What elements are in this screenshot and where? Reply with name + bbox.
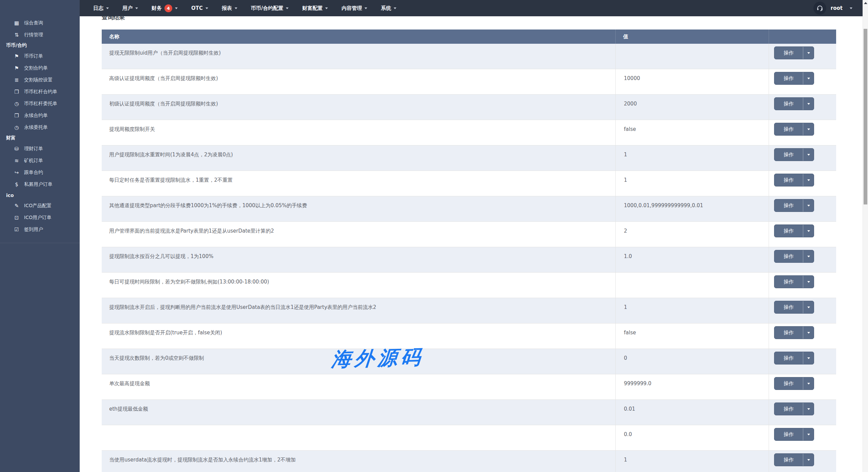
row-actions-cell: 操作 xyxy=(769,298,836,323)
action-dropdown-toggle[interactable] xyxy=(803,301,814,313)
action-button-group: 操作 xyxy=(774,72,814,85)
row-value-cell: 1000,0.01,999999999999,0.01 xyxy=(615,196,769,221)
navbar-menu-item[interactable]: 内容管理 xyxy=(335,0,374,16)
action-dropdown-toggle[interactable] xyxy=(803,403,814,415)
action-button[interactable]: 操作 xyxy=(774,72,803,84)
copy-icon: ❐ xyxy=(13,113,20,119)
row-name-cell: 提现限制流水按百分之几可以提现，1为100% xyxy=(102,247,615,272)
action-button-group: 操作 xyxy=(774,326,814,339)
clipboard-icon: ≣ xyxy=(13,77,20,83)
chevron-down-icon xyxy=(807,281,810,283)
action-dropdown-toggle[interactable] xyxy=(803,352,814,364)
action-button[interactable]: 操作 xyxy=(774,428,803,440)
action-dropdown-toggle[interactable] xyxy=(803,174,814,186)
action-button[interactable]: 操作 xyxy=(774,454,803,466)
action-dropdown-toggle[interactable] xyxy=(803,98,814,110)
row-value-cell xyxy=(615,44,769,69)
table-row: 提现限制流水开启后，提现判断用的用户当前流水是使用UserData表的当日流水1… xyxy=(102,298,836,323)
action-button[interactable]: 操作 xyxy=(774,276,803,288)
action-button[interactable]: 操作 xyxy=(774,149,803,161)
action-dropdown-toggle[interactable] xyxy=(803,454,814,466)
sidebar-item[interactable]: ❐ 永续合约单 xyxy=(0,110,80,121)
sidebar-item-label: 交割场控设置 xyxy=(24,77,53,83)
action-button[interactable]: 操作 xyxy=(774,250,803,262)
sidebar-item-label: 理财订单 xyxy=(24,146,43,152)
navbar-menu-item[interactable]: 日志 xyxy=(86,0,116,16)
sidebar-item[interactable]: ☑ 签到用户 xyxy=(0,223,80,235)
action-button-group: 操作 xyxy=(774,199,814,212)
sidebar-item[interactable]: $ 私募用户订单 xyxy=(0,178,80,190)
action-dropdown-toggle[interactable] xyxy=(803,47,814,59)
column-header-actions xyxy=(769,29,836,44)
sidebar-item[interactable]: ◷ 币币杠杆委托单 xyxy=(0,98,80,110)
navbar-menu-item[interactable]: 币币/合约配置 xyxy=(244,0,295,16)
action-button[interactable]: 操作 xyxy=(774,98,803,110)
action-button[interactable]: 操作 xyxy=(774,301,803,313)
action-button-group: 操作 xyxy=(774,148,814,161)
scrollbar-thumb[interactable] xyxy=(864,29,867,204)
sidebar-item[interactable]: ⇅ 行情管理 xyxy=(0,29,80,41)
table-row: 单次最高提现金额 9999999.0 操作 xyxy=(102,374,836,400)
chevron-down-icon xyxy=(807,383,810,385)
action-dropdown-toggle[interactable] xyxy=(803,377,814,390)
action-dropdown-toggle[interactable] xyxy=(803,327,814,339)
sidebar-item-label: 币币订单 xyxy=(24,53,43,59)
row-value-cell: 1.0 xyxy=(615,247,769,272)
action-button[interactable]: 操作 xyxy=(774,352,803,364)
navbar-user-area: root xyxy=(813,2,863,15)
action-button-group: 操作 xyxy=(774,224,814,237)
chevron-down-icon[interactable] xyxy=(850,7,852,9)
navbar-menu-item[interactable]: 报表 xyxy=(215,0,244,16)
sidebar-item[interactable]: ⚑ 交割合约单 xyxy=(0,62,80,74)
action-dropdown-toggle[interactable] xyxy=(803,250,814,262)
navbar-menu-item[interactable]: 财富配置 xyxy=(295,0,335,16)
sidebar-item[interactable]: ≋ 矿机订单 xyxy=(0,155,80,166)
row-name-cell: 初级认证提现周额度（当开启周提现限额时生效) xyxy=(102,95,615,120)
chevron-down-icon xyxy=(205,7,208,9)
chevron-down-icon xyxy=(807,307,810,308)
action-button[interactable]: 操作 xyxy=(774,403,803,415)
row-actions-cell: 操作 xyxy=(769,425,836,450)
action-dropdown-toggle[interactable] xyxy=(803,123,814,135)
action-dropdown-toggle[interactable] xyxy=(803,72,814,84)
sidebar-item[interactable]: ⊡ ICO用户订单 xyxy=(0,212,80,223)
sidebar-item[interactable]: ≣ 交割场控设置 xyxy=(0,74,80,86)
row-actions-cell: 操作 xyxy=(769,374,836,399)
action-dropdown-toggle[interactable] xyxy=(803,276,814,288)
sidebar-item[interactable]: ❐ 币币杠杆合约单 xyxy=(0,86,80,98)
table-row: 初级认证提现周额度（当开启周提现限额时生效) 2000 操作 xyxy=(102,95,836,120)
action-dropdown-toggle[interactable] xyxy=(803,428,814,440)
row-value-cell: 2000 xyxy=(615,95,769,120)
action-dropdown-toggle[interactable] xyxy=(803,225,814,237)
scrollbar-up-arrow[interactable] xyxy=(863,0,868,6)
sidebar-item[interactable]: ▦ 综合查询 xyxy=(0,17,80,29)
action-dropdown-toggle[interactable] xyxy=(803,199,814,212)
action-button[interactable]: 操作 xyxy=(774,123,803,135)
action-button[interactable]: 操作 xyxy=(774,377,803,390)
action-dropdown-toggle[interactable] xyxy=(803,149,814,161)
sidebar-item[interactable]: ✎ ICO产品配置 xyxy=(0,200,80,212)
sidebar-item[interactable]: ↪ 跟单合约 xyxy=(0,166,80,178)
sidebar-item[interactable]: ⚑ 币币订单 xyxy=(0,50,80,62)
navbar-menu-item[interactable]: 用户 xyxy=(116,0,145,16)
sidebar-item[interactable]: ◷ 永续委托单 xyxy=(0,121,80,133)
action-button[interactable]: 操作 xyxy=(774,327,803,339)
action-button[interactable]: 操作 xyxy=(774,47,803,59)
chevron-down-icon xyxy=(325,7,328,9)
sidebar-item[interactable]: ⛁ 理财订单 xyxy=(0,143,80,155)
action-button[interactable]: 操作 xyxy=(774,174,803,186)
database-icon: ⛁ xyxy=(13,146,20,152)
current-user[interactable]: root xyxy=(831,5,843,11)
navbar-menu-label: OTC xyxy=(191,5,203,11)
support-button[interactable] xyxy=(813,2,826,15)
navbar-menu-item[interactable]: 系统 xyxy=(374,0,403,16)
table-row: 提现流水限制限制是否开启(true开启，false关闭) false 操作 xyxy=(102,323,836,349)
row-actions-cell: 操作 xyxy=(769,44,836,69)
sidebar-item-label: 永续合约单 xyxy=(24,113,48,119)
vertical-scrollbar[interactable] xyxy=(863,0,868,472)
navbar-menu-item[interactable]: 财务 4 xyxy=(145,0,184,16)
action-button[interactable]: 操作 xyxy=(774,199,803,212)
action-button[interactable]: 操作 xyxy=(774,225,803,237)
navbar-menu-item[interactable]: OTC xyxy=(184,0,215,16)
row-value-cell: 9999999.0 xyxy=(615,374,769,399)
